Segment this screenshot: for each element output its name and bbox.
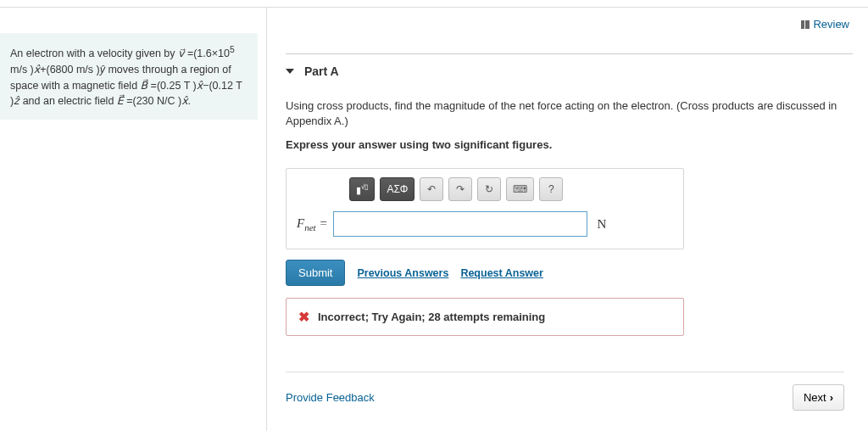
provide-feedback-link[interactable]: Provide Feedback	[286, 391, 375, 404]
chevron-right-icon: ›	[830, 391, 833, 404]
review-label: Review	[813, 18, 849, 31]
next-button[interactable]: Next ›	[793, 384, 844, 411]
help-button[interactable]: ?	[539, 177, 563, 201]
answer-input[interactable]	[333, 211, 587, 237]
templates-icon: ▮√▯	[356, 183, 368, 196]
caret-down-icon	[286, 69, 294, 74]
part-title: Part A	[304, 64, 339, 78]
part-header[interactable]: Part A	[286, 53, 853, 78]
greek-button[interactable]: ΑΣΦ	[380, 177, 415, 201]
next-label: Next	[804, 391, 826, 404]
incorrect-icon: ✖	[298, 309, 309, 325]
reset-button[interactable]: ↻	[477, 177, 501, 201]
submit-button[interactable]: Submit	[286, 260, 345, 286]
redo-button[interactable]: ↷	[448, 177, 472, 201]
previous-answers-link[interactable]: Previous Answers	[357, 267, 448, 279]
feedback-panel: ✖ Incorrect; Try Again; 28 attempts rema…	[286, 298, 684, 336]
question-text: Using cross products, find the magnitude…	[286, 98, 844, 131]
request-answer-link[interactable]: Request Answer	[460, 267, 542, 279]
math-templates-button[interactable]: ▮√▯	[349, 177, 375, 201]
feedback-text: Incorrect; Try Again; 28 attempts remain…	[318, 311, 545, 323]
review-link[interactable]: Review	[801, 18, 849, 31]
variable-label: Fnet =	[297, 216, 328, 232]
instruction-text: Express your answer using two significan…	[286, 138, 844, 151]
answer-area: ▮√▯ ΑΣΦ ↶ ↷ ↻ ⌨ ? Fnet = N	[286, 168, 684, 249]
unit-label: N	[593, 217, 607, 232]
bars-icon	[801, 20, 810, 29]
problem-statement: An electron with a velocity given by v⃗ …	[0, 33, 258, 120]
undo-button[interactable]: ↶	[420, 177, 443, 201]
keyboard-button[interactable]: ⌨	[506, 177, 534, 201]
